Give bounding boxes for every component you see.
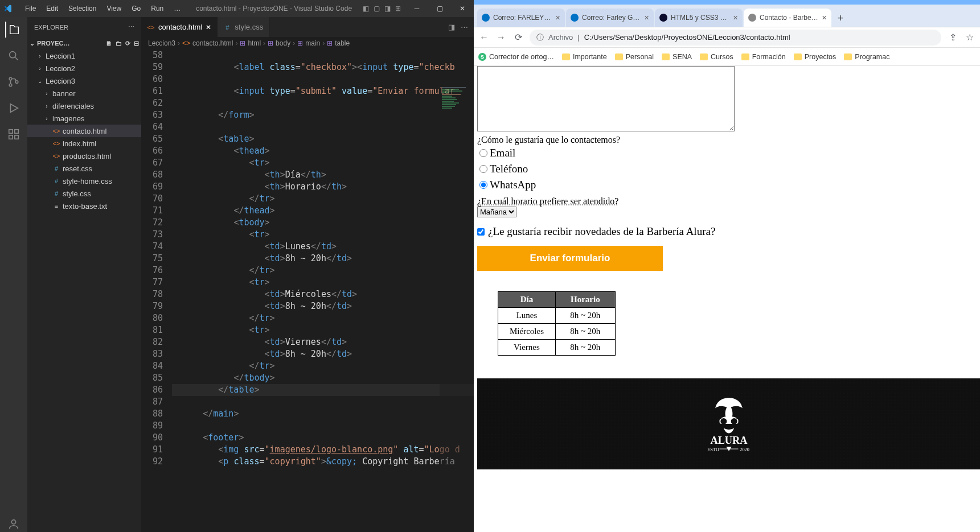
minimap[interactable] (440, 82, 474, 532)
extensions-icon[interactable] (6, 126, 22, 142)
code-content[interactable]: <label class="checkbox"><input type="che… (172, 50, 474, 532)
project-section[interactable]: ⌄ PROYEC… 🗎 🗀 ⟳ ⊟ (27, 37, 141, 50)
newsletter-checkbox-row[interactable]: ¿Le gustaría recibir novedades de la Bar… (477, 225, 980, 238)
schedule-select[interactable]: Mañana (477, 207, 516, 217)
breadcrumb-item[interactable]: main (305, 39, 320, 47)
source-control-icon[interactable] (6, 74, 22, 90)
folder-item[interactable]: ›Leccion2 (27, 62, 141, 75)
svg-point-8 (11, 520, 15, 524)
code-editor[interactable]: 5859606162636465666768697071727374757677… (141, 50, 474, 532)
close-button[interactable]: ✕ (451, 5, 474, 13)
browser-tab[interactable]: Correo: FARLEY GO✕ (477, 9, 565, 27)
run-debug-icon[interactable] (6, 100, 22, 116)
bookmark-item[interactable]: Importante (562, 53, 607, 61)
forward-button[interactable]: → (495, 32, 507, 43)
url-input[interactable]: ⓘ Archivo | C:/Users/Sena/Desktop/Proyec… (530, 30, 941, 46)
close-tab-icon[interactable]: ✕ (822, 14, 827, 22)
bookmark-item[interactable]: Cursos (700, 53, 733, 61)
svg-point-1 (9, 77, 12, 80)
svg-point-2 (9, 84, 12, 86)
menu-more[interactable]: … (169, 2, 185, 15)
search-icon[interactable] (6, 48, 22, 64)
site-info-icon[interactable]: ⓘ (536, 32, 544, 43)
close-tab-icon[interactable]: ✕ (733, 14, 738, 22)
menu-go[interactable]: Go (127, 2, 145, 15)
breadcrumb-item[interactable]: body (276, 39, 290, 47)
breadcrumb-item[interactable]: contacto.html (192, 39, 233, 47)
window-title: contacto.html - ProyectosONE - Visual St… (185, 5, 363, 13)
bookmark-star-icon[interactable]: ☆ (964, 32, 975, 43)
collapse-icon[interactable]: ⊟ (134, 40, 139, 47)
layout-icon[interactable]: ⊞ (395, 5, 401, 13)
breadcrumb-item[interactable]: Leccion3 (148, 39, 175, 47)
file-item[interactable]: <>contacto.html (27, 125, 141, 137)
layout-icon[interactable]: ▢ (374, 5, 380, 13)
menu-selection[interactable]: Selection (64, 2, 101, 15)
bookmark-item[interactable]: SCorrector de ortog… (478, 53, 554, 61)
tab-contacto[interactable]: <> contacto.html ✕ (141, 17, 218, 37)
file-item[interactable]: <>productos.html (27, 150, 141, 162)
folder-item[interactable]: ⌄Leccion3 (27, 75, 141, 87)
browser-tab[interactable]: Contacto - Barbería✕ (744, 9, 831, 27)
accounts-icon[interactable] (6, 516, 22, 532)
minimize-button[interactable]: ─ (405, 5, 428, 13)
close-tab-icon[interactable]: ✕ (206, 23, 211, 31)
folder-icon (662, 53, 670, 60)
line-numbers: 5859606162636465666768697071727374757677… (141, 50, 172, 532)
breadcrumb-item[interactable]: table (335, 39, 350, 47)
new-tab-button[interactable]: + (833, 13, 848, 27)
message-textarea[interactable] (477, 66, 735, 131)
submit-button[interactable]: Enviar formulario (477, 246, 663, 271)
contact-radio-row[interactable]: Email (477, 145, 980, 161)
file-item[interactable]: ≡texto-base.txt (27, 200, 141, 212)
menu-view[interactable]: View (102, 2, 126, 15)
close-tab-icon[interactable]: ✕ (644, 14, 649, 22)
newsletter-checkbox[interactable] (477, 228, 485, 236)
contact-radio[interactable] (479, 181, 487, 189)
explorer-more-icon[interactable]: ⋯ (128, 23, 134, 31)
layout-icon[interactable]: ◧ (363, 5, 369, 13)
maximize-button[interactable]: ▢ (428, 5, 451, 13)
layout-icon[interactable]: ◨ (384, 5, 391, 13)
file-item[interactable]: #style.css (27, 187, 141, 200)
file-item[interactable]: #style-home.css (27, 175, 141, 187)
menu-edit[interactable]: Edit (42, 2, 63, 15)
new-folder-icon[interactable]: 🗀 (116, 40, 122, 47)
bookmark-item[interactable]: Proyectos (794, 53, 837, 61)
browser-tab[interactable]: Correo: Farley Giova✕ (566, 9, 654, 27)
bookmark-item[interactable]: SENA (662, 53, 692, 61)
folder-item[interactable]: ›banner (27, 87, 141, 100)
tab-style[interactable]: # style.css (218, 17, 269, 37)
file-item[interactable]: <>index.html (27, 137, 141, 150)
close-tab-icon[interactable]: ✕ (555, 14, 560, 22)
file-item[interactable]: #reset.css (27, 162, 141, 175)
favicon (482, 14, 490, 22)
contact-radio[interactable] (479, 165, 487, 173)
share-icon[interactable]: ⇪ (947, 32, 958, 43)
split-editor-icon[interactable]: ◨ (448, 23, 455, 31)
bookmark-item[interactable]: Programac (844, 53, 889, 61)
contact-radio-row[interactable]: Teléfono (477, 161, 980, 177)
more-actions-icon[interactable]: ⋯ (461, 23, 468, 31)
url-protocol: Archivo (548, 33, 573, 42)
breadcrumb[interactable]: Leccion3› <> contacto.html› ⊞ html› ⊞ bo… (141, 37, 474, 50)
reload-button[interactable]: ⟳ (512, 32, 524, 43)
bookmark-item[interactable]: Personal (615, 53, 654, 61)
vscode-titlebar: File Edit Selection View Go Run … contac… (0, 0, 474, 17)
folder-item[interactable]: ›Leccion1 (27, 50, 141, 62)
back-button[interactable]: ← (478, 32, 490, 43)
refresh-icon[interactable]: ⟳ (125, 40, 130, 47)
menu-run[interactable]: Run (146, 2, 168, 15)
explorer-icon[interactable] (5, 22, 21, 38)
contact-radio-row[interactable]: WhatsApp (477, 177, 980, 193)
bookmark-item[interactable]: Formación (741, 53, 786, 61)
breadcrumb-item[interactable]: html (248, 39, 261, 47)
th-day: Día (498, 292, 556, 308)
new-file-icon[interactable]: 🗎 (106, 40, 112, 47)
window-accent (474, 0, 980, 5)
browser-tab[interactable]: HTML5 y CSS3 parte✕ (655, 9, 743, 27)
contact-radio[interactable] (479, 149, 487, 157)
menu-file[interactable]: File (20, 2, 40, 15)
folder-item[interactable]: ›diferenciales (27, 100, 141, 112)
folder-item[interactable]: ›imagenes (27, 112, 141, 125)
